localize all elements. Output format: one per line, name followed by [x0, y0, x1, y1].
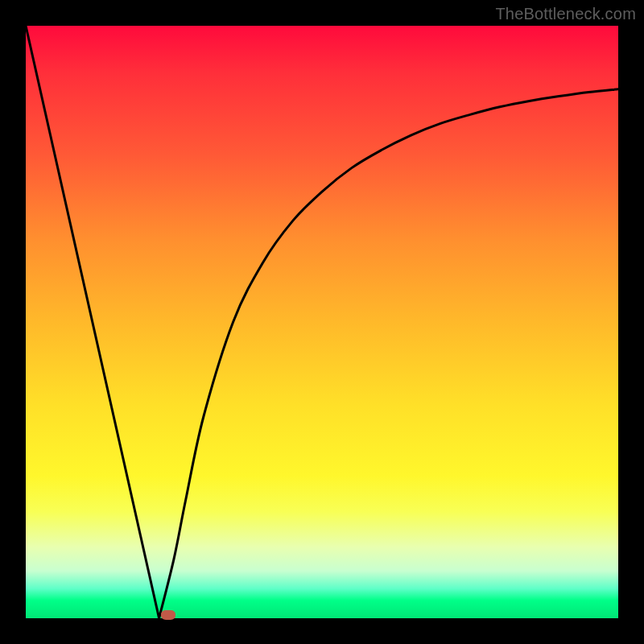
- chart-marker-dot: [161, 610, 175, 620]
- chart-curve-path: [26, 26, 618, 618]
- chart-frame: TheBottleneck.com: [0, 0, 644, 644]
- chart-plot-area: [26, 26, 618, 618]
- watermark-text: TheBottleneck.com: [495, 5, 636, 23]
- chart-curve-svg: [26, 26, 618, 618]
